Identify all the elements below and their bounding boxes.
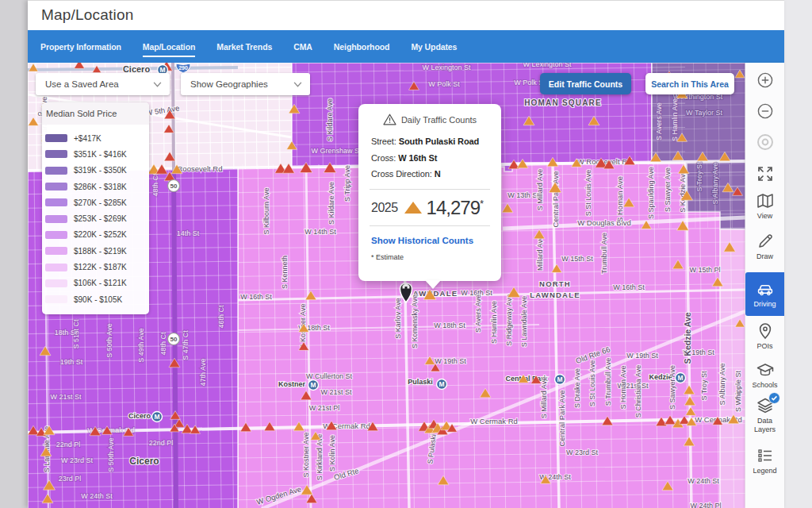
- popup-count-row: 2025 14,279*: [371, 197, 488, 219]
- street-label: S 50th Ave: [107, 437, 115, 471]
- street-label: Cicero: [129, 456, 159, 467]
- sidebar-tool-label: Schools: [752, 381, 777, 390]
- sidebar-tool-data-layers[interactable]: DataLayers: [745, 394, 784, 436]
- legend-swatch: [45, 247, 67, 255]
- street-label: W 24th St: [81, 492, 113, 500]
- street-label: Central Park Ave: [557, 390, 566, 446]
- street-label: LAWNDALE: [530, 291, 580, 299]
- street-label: S Sawyer Ave: [668, 365, 676, 410]
- geographies-dropdown[interactable]: Show Geographies: [181, 73, 310, 95]
- street-label: S Albany Ave: [718, 364, 726, 406]
- popup-divider: [370, 189, 490, 190]
- street-label: W 13th St: [508, 191, 539, 199]
- popup-year: 2025: [371, 201, 398, 215]
- tab-market-trends[interactable]: Market Trends: [216, 37, 272, 56]
- check-badge-icon: [768, 392, 780, 404]
- street-label: Central Park Ave: [551, 171, 560, 227]
- warning-triangle-icon: [383, 114, 396, 125]
- street-label: W 19th St: [626, 352, 658, 360]
- legend-label: $319K - $350K: [74, 166, 127, 175]
- metro-station-icon: M: [152, 412, 163, 422]
- street-label: W 24th St: [688, 477, 719, 485]
- sidebar-tool-icon-wrap: [756, 133, 775, 152]
- legend-item: $220K - $252K: [45, 227, 144, 243]
- sidebar-tool-zoom-in[interactable]: [745, 68, 784, 92]
- street-label: S Millard Ave: [536, 169, 544, 210]
- street-label: 23rd Pl: [59, 475, 82, 483]
- metro-station-icon: M: [676, 373, 686, 383]
- street-label: S Homan Ave: [615, 176, 624, 222]
- street-label: W 15th St: [561, 255, 593, 263]
- legend-swatch: [45, 134, 67, 142]
- traffic-marker-icon: [404, 202, 422, 214]
- popup-title: Daily Traffic Counts: [401, 115, 477, 125]
- street-label: S St Louis Ave: [588, 360, 596, 406]
- sidebar-tool-legend[interactable]: Legend: [745, 442, 784, 479]
- saved-area-dropdown-value: Use a Saved Area: [45, 79, 119, 89]
- sidebar-tool-icon-wrap: [756, 446, 775, 465]
- sidebar-tool-view[interactable]: View: [745, 190, 784, 221]
- poi-pin-icon: [756, 321, 775, 341]
- tab-property-information[interactable]: Property Information: [40, 37, 121, 56]
- popup-direction-value: N: [435, 169, 441, 179]
- street-label: S Troy St: [695, 162, 703, 192]
- sidebar-tool-driving[interactable]: Driving: [745, 272, 784, 316]
- legend-label: $351K - $416K: [74, 150, 127, 159]
- tab-map-location[interactable]: Map/Location: [143, 37, 195, 56]
- legend-swatch: [45, 198, 67, 206]
- popup-estimate-note: * Estimate: [371, 253, 488, 261]
- sidebar-tool-fullscreen[interactable]: [745, 162, 784, 186]
- popup-cross-value: W 16th St: [398, 153, 437, 163]
- svg-text:290: 290: [178, 65, 188, 71]
- street-label: S Kilbourn Ave: [262, 188, 270, 235]
- route-shield-50: 50: [168, 180, 180, 192]
- legend-item: $270K - $285K: [45, 194, 144, 210]
- street-label: Trumbull Ave: [600, 233, 608, 274]
- map-view-icon: [756, 191, 775, 210]
- street-label: S Kedzie Ave: [683, 312, 692, 364]
- sidebar-tool-locate[interactable]: [745, 130, 784, 154]
- svg-text:50: 50: [170, 183, 178, 190]
- legend-rows: +$417K$351K - $416K$319K - $350K$286K - …: [42, 125, 149, 314]
- search-this-area-button[interactable]: Search in This Area: [645, 73, 734, 94]
- metro-station-icon: M: [308, 380, 319, 391]
- show-historical-counts-link[interactable]: Show Historical Counts: [371, 236, 488, 245]
- saved-area-dropdown[interactable]: Use a Saved Area: [36, 73, 170, 95]
- tab-neighborhood[interactable]: Neighborhood: [334, 37, 390, 56]
- svg-text:50: 50: [170, 336, 178, 343]
- street-label: S Christiana Ave: [634, 365, 642, 418]
- street-label: W 19th St: [435, 357, 466, 365]
- street-label: S Drake Ave: [573, 368, 581, 408]
- street-label: S Albany Ave: [711, 163, 719, 205]
- street-label: S Hamlin Ave: [490, 301, 498, 344]
- map-area[interactable]: CiceroCiceroHOMAN SQUARENORTHLAWNDALEAWN…: [28, 63, 745, 508]
- popup-street-row: Street: South Pulaski Road: [371, 133, 488, 150]
- sidebar-tool-icon-wrap: [756, 102, 775, 121]
- sidebar-tool-schools[interactable]: Schools: [745, 358, 784, 391]
- metro-station-icon: M: [555, 375, 565, 385]
- legend-label: $106K - $121K: [74, 279, 127, 287]
- sidebar-tool-icon-wrap: [756, 396, 775, 415]
- popup-street-label: Street:: [371, 137, 396, 146]
- tab-cma[interactable]: CMA: [293, 37, 312, 56]
- street-label: W Taylor St: [686, 109, 722, 117]
- sidebar-tool-draw[interactable]: Draw: [745, 230, 784, 262]
- popup-tail: [425, 280, 441, 289]
- sidebar-tool-zoom-out[interactable]: [745, 99, 784, 123]
- street-label: S St Louis Ave: [584, 170, 592, 216]
- street-label: S Spaulding Ave: [647, 167, 655, 219]
- legend-item: $106K - $121K: [45, 275, 144, 291]
- legend-label: $122K - $187K: [74, 263, 127, 271]
- street-label: W 15th Pl: [689, 266, 720, 274]
- legend-swatch: [45, 231, 67, 239]
- sidebar-tool-pois[interactable]: POIs: [745, 319, 784, 352]
- sidebar-tool-label: View: [757, 212, 772, 221]
- street-label: 48th Ct: [151, 173, 159, 197]
- tab-my-updates[interactable]: My Updates: [411, 37, 457, 56]
- app-window: Map/Location Property InformationMap/Loc…: [0, 0, 812, 508]
- edit-traffic-counts-button[interactable]: Edit Traffic Counts: [540, 73, 631, 94]
- svg-text:M: M: [310, 381, 316, 389]
- popup-divider: [370, 225, 490, 226]
- legend-item: $351K - $416K: [45, 146, 144, 162]
- street-label: W Grenshaw St: [311, 147, 362, 155]
